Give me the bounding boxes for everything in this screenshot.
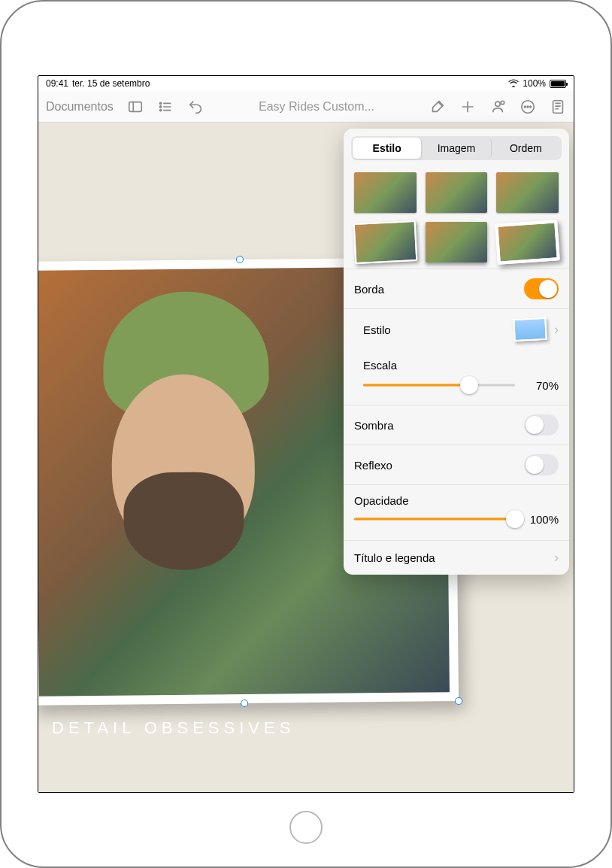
style-preset-6[interactable]	[495, 220, 560, 265]
shadow-toggle[interactable]	[524, 414, 559, 436]
selection-handle-bottom-right[interactable]	[455, 697, 462, 705]
reader-icon[interactable]	[550, 99, 566, 115]
opacity-value: 100%	[523, 513, 559, 526]
border-style-swatch	[513, 317, 547, 341]
app-toolbar: Documentos Easy Rides Custom...	[38, 91, 574, 123]
undo-icon[interactable]	[187, 99, 204, 115]
scale-value: 70%	[523, 379, 559, 392]
document-caption-text: DETAIL OBSESSIVES	[52, 718, 295, 738]
scale-row: Escala	[344, 350, 569, 373]
title-caption-label: Título e legenda	[354, 551, 435, 564]
more-icon[interactable]	[520, 99, 536, 115]
document-canvas[interactable]: DETAIL OBSESSIVES Estilo Imagem Ordem	[38, 123, 574, 792]
opacity-row: Opacidade	[344, 484, 569, 510]
collaborate-icon[interactable]	[489, 99, 506, 115]
title-caption-row[interactable]: Título e legenda ›	[344, 540, 569, 575]
sidebar-toggle-icon[interactable]	[127, 99, 144, 115]
chevron-right-icon: ›	[554, 322, 559, 338]
style-preset-3[interactable]	[496, 172, 559, 213]
home-button[interactable]	[289, 811, 323, 844]
add-icon[interactable]	[459, 99, 476, 115]
opacity-slider-row: 100%	[344, 510, 569, 540]
style-preset-5[interactable]	[426, 222, 488, 263]
status-bar: 09:41 ter. 15 de setembro 100%	[38, 76, 574, 91]
style-presets	[344, 168, 569, 269]
style-preset-1[interactable]	[354, 172, 417, 213]
wifi-icon	[508, 78, 519, 90]
border-style-label: Estilo	[363, 323, 391, 336]
scale-slider-row: 70%	[344, 373, 569, 405]
back-button[interactable]: Documentos	[46, 100, 114, 114]
tab-style[interactable]: Estilo	[353, 138, 422, 159]
screen: 09:41 ter. 15 de setembro 100% Documento…	[38, 75, 574, 793]
svg-point-13	[524, 106, 526, 108]
reflection-row: Reflexo	[344, 445, 569, 484]
shadow-row: Sombra	[344, 405, 569, 445]
format-popover: Estilo Imagem Ordem Borda	[344, 129, 569, 575]
opacity-slider[interactable]	[354, 510, 515, 528]
status-date: ter. 15 de setembro	[72, 78, 150, 89]
border-label: Borda	[354, 283, 384, 296]
opacity-label: Opacidade	[354, 494, 409, 507]
chevron-right-icon: ›	[554, 550, 559, 566]
style-preset-2[interactable]	[426, 172, 488, 213]
format-tabs: Estilo Imagem Ordem	[351, 136, 562, 160]
shadow-label: Sombra	[354, 419, 394, 432]
tab-image[interactable]: Imagem	[422, 138, 491, 159]
svg-point-15	[530, 106, 532, 108]
scale-slider[interactable]	[363, 376, 515, 394]
selection-handle-bottom[interactable]	[241, 700, 248, 707]
border-row: Borda	[344, 269, 569, 308]
format-brush-icon[interactable]	[429, 99, 446, 115]
scale-label: Escala	[363, 359, 397, 372]
svg-point-10	[495, 102, 500, 106]
battery-percent: 100%	[523, 78, 546, 89]
svg-rect-16	[553, 100, 563, 113]
svg-point-3	[159, 105, 161, 107]
reflection-label: Reflexo	[354, 459, 392, 472]
border-style-row[interactable]: Estilo ›	[344, 308, 569, 350]
style-preset-4[interactable]	[353, 220, 417, 264]
document-title[interactable]: Easy Rides Custom...	[217, 100, 416, 114]
list-icon[interactable]	[157, 99, 174, 115]
border-toggle[interactable]	[524, 278, 559, 299]
svg-point-2	[159, 102, 161, 104]
svg-point-4	[159, 109, 161, 111]
selection-handle-top[interactable]	[236, 256, 244, 263]
tab-order[interactable]: Ordem	[492, 138, 560, 159]
battery-icon	[550, 80, 566, 88]
svg-point-11	[501, 101, 504, 105]
status-time: 09:41	[46, 78, 68, 89]
svg-point-14	[527, 106, 529, 108]
ipad-device-frame: 09:41 ter. 15 de setembro 100% Documento…	[0, 0, 612, 868]
svg-rect-0	[129, 102, 142, 111]
reflection-toggle[interactable]	[524, 454, 559, 475]
